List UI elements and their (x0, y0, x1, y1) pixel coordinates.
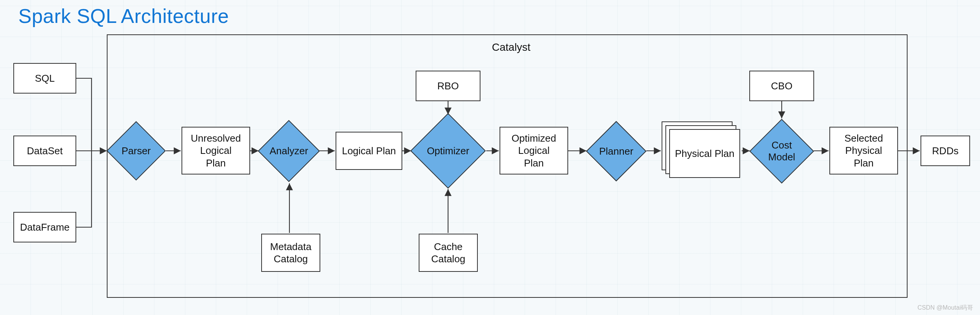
output-rdds: RDDs (921, 136, 970, 166)
input-sql: SQL (13, 63, 76, 94)
watermark: CSDN @Moutai码哥 (917, 304, 973, 312)
optimized-logical-plan: Optimized Logical Plan (500, 127, 568, 174)
cache-catalog-box: Cache Catalog (419, 234, 478, 272)
optimizer-diamond: Optimizer (421, 124, 475, 178)
catalyst-label: Catalyst (492, 41, 530, 53)
diagram-title: Spark SQL Architecture (18, 5, 229, 27)
parser-diamond: Parser (115, 130, 157, 172)
cbo-box: CBO (749, 71, 814, 101)
analyzer-diamond: Analyzer (267, 129, 311, 173)
logical-plan: Logical Plan (336, 132, 402, 170)
physical-plan: Physical Plan (669, 129, 740, 178)
planner-diamond: Planner (595, 130, 638, 173)
unresolved-logical-plan: Unresolved Logical Plan (182, 127, 250, 174)
input-dataset: DataSet (13, 136, 76, 166)
cost-model-diamond: Cost Model (759, 128, 805, 174)
rbo-box: RBO (416, 71, 480, 101)
input-dataframe: DataFrame (13, 212, 76, 242)
physical-plan-stack: Physical Plan (662, 121, 742, 181)
selected-physical-plan: Selected Physical Plan (829, 127, 898, 174)
metadata-catalog-box: Metadata Catalog (261, 234, 320, 272)
